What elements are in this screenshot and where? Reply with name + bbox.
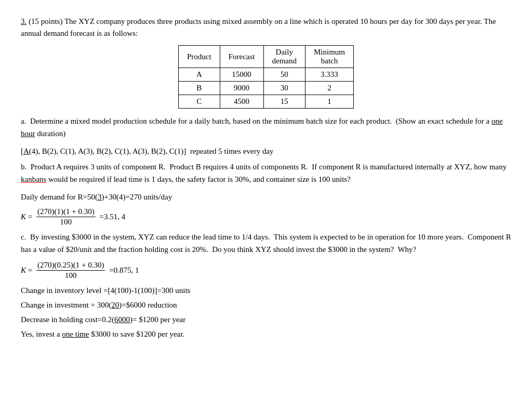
col-header-forecast: Forecast	[220, 46, 263, 68]
k-label-b: K =	[21, 212, 34, 221]
calc-line-4: Yes, invest a one time $3000 to save $12…	[21, 328, 511, 340]
formula-c: K = (270)(0.25)(1 + 0.30) 100 =0.875, 1	[21, 261, 511, 280]
part-a-answer: [A(4), B(2), C(1), A(3), B(2), C(1), A(3…	[21, 145, 511, 157]
col-header-daily-demand: Dailydemand	[263, 46, 305, 68]
table-row: C 4500 15 1	[179, 95, 354, 109]
part-c-section: c. By investing $3000 in the system, XYZ…	[21, 231, 511, 256]
formula-b-result: =3.51, 4	[98, 212, 125, 221]
table-row: A 15000 50 3.333	[179, 68, 354, 82]
part-a-schedule: [A(4), B(2), C(1), A(3), B(2), C(1), A(3…	[21, 147, 274, 155]
col-header-product: Product	[179, 46, 220, 68]
one-hour-underline: one hour	[21, 117, 503, 138]
underline-6000: 6000	[114, 315, 130, 324]
part-c-label: c.	[21, 233, 30, 241]
formula-b: K = (270)(1)(1 + 0.30) 100 =3.51, 4	[21, 207, 511, 227]
part-a-section: a. Determine a mixed model production sc…	[21, 115, 511, 140]
row-a-product: A	[179, 68, 220, 82]
row-a-forecast: 15000	[220, 68, 263, 82]
fraction-c: (270)(0.25)(1 + 0.30) 100	[36, 261, 105, 280]
col-header-minimum-batch: Minimumbatch	[305, 46, 353, 68]
underline-3: 3	[98, 193, 102, 201]
kanbans-text: kanbans	[21, 175, 46, 183]
part-a-label: a.	[21, 117, 30, 125]
calc-line-3: Decrease in holding cost=0.2(6000)= $120…	[21, 313, 511, 326]
part-b-section: b. Product A requires 3 units of compone…	[21, 161, 511, 185]
row-b-batch: 2	[305, 82, 353, 95]
part-b-label: b.	[21, 163, 31, 171]
one-time-underline: one time	[62, 330, 89, 338]
formula-c-result: =0.875, 1	[107, 266, 139, 275]
fraction-b: (270)(1)(1 + 0.30) 100	[36, 207, 96, 227]
k-label-c: K =	[21, 266, 34, 275]
demand-table: Product Forecast Dailydemand Minimumbatc…	[178, 45, 354, 109]
problem-number: 3.	[21, 17, 29, 25]
demand-table-container: Product Forecast Dailydemand Minimumbatc…	[21, 45, 511, 109]
underline-A: A	[23, 147, 29, 155]
fraction-c-numerator: (270)(0.25)(1 + 0.30)	[36, 261, 105, 271]
calc-line-2: Change in investment = 300(20)=$6000 red…	[21, 299, 511, 311]
table-row: B 9000 30 2	[179, 82, 354, 95]
calc-line-1: Change in inventory level =[4(100)-1(100…	[21, 284, 511, 297]
row-a-daily: 50	[263, 68, 305, 82]
fraction-b-denominator: 100	[59, 217, 73, 227]
row-c-product: C	[179, 95, 220, 109]
row-b-forecast: 9000	[220, 82, 263, 95]
problem-points: (15 points)	[29, 17, 62, 25]
row-c-forecast: 4500	[220, 95, 263, 109]
row-b-daily: 30	[263, 82, 305, 95]
daily-demand-line: Daily demand for R=50(3)+30(4)=270 units…	[21, 191, 511, 203]
row-c-batch: 1	[305, 95, 353, 109]
problem-intro: The XYZ company produces three products …	[21, 17, 496, 37]
part-a-description: a. Determine a mixed model production sc…	[21, 115, 511, 140]
underline-20: 20	[111, 301, 119, 309]
row-c-daily: 15	[263, 95, 305, 109]
row-b-product: B	[179, 82, 220, 95]
part-c-description: c. By investing $3000 in the system, XYZ…	[21, 231, 511, 256]
problem-header: 3. (15 points) The XYZ company produces …	[21, 16, 511, 39]
part-b-description: b. Product A requires 3 units of compone…	[21, 161, 511, 185]
row-a-batch: 3.333	[305, 68, 353, 82]
fraction-b-numerator: (270)(1)(1 + 0.30)	[36, 207, 96, 217]
fraction-c-denominator: 100	[64, 271, 78, 280]
